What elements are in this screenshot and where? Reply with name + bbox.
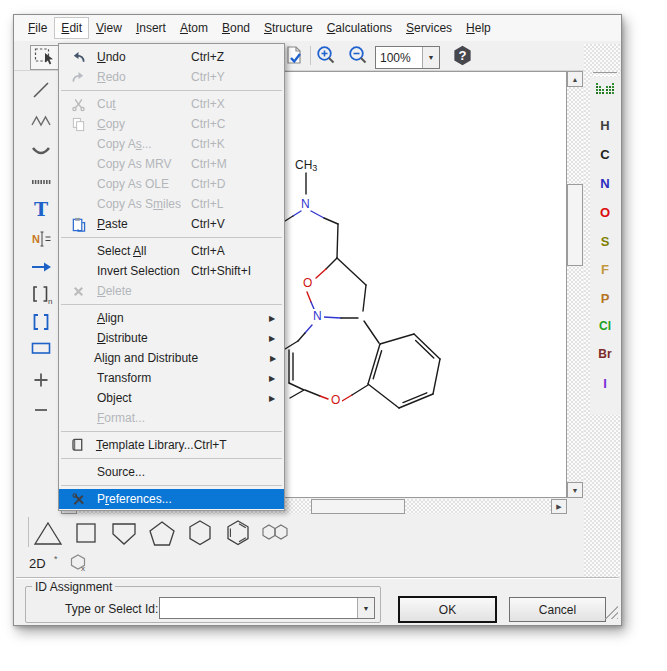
svg-text:?: ?: [458, 48, 466, 63]
arc-tool-button[interactable]: [28, 139, 54, 165]
reaction-arrow-tool-button[interactable]: [28, 255, 54, 281]
menubar-item-services[interactable]: Services: [400, 18, 458, 38]
menu-item-distribute[interactable]: Distribute▶: [59, 328, 284, 348]
menubar-item-bond[interactable]: Bond: [216, 18, 256, 38]
periodic-table-icon[interactable]: [596, 83, 614, 99]
menu-separator: [61, 458, 282, 459]
menu-item-format[interactable]: Format...: [59, 408, 284, 428]
selection-tool-button[interactable]: [30, 45, 59, 70]
menu-item-align[interactable]: Align▶: [59, 308, 284, 328]
menu-item-label: Select All: [97, 244, 191, 258]
id-dropdown-button[interactable]: ▼: [357, 598, 374, 618]
ok-button[interactable]: OK: [399, 597, 496, 622]
vertical-scrollbar[interactable]: ▲ ▼: [567, 71, 583, 498]
decrease-charge-tool-button[interactable]: [28, 398, 54, 424]
menu-item-source[interactable]: Source...: [59, 462, 284, 482]
element-button-f[interactable]: F: [590, 262, 620, 277]
id-combobox[interactable]: ▼: [159, 597, 375, 619]
menu-item-delete[interactable]: Delete: [59, 281, 284, 301]
menu-item-shortcut: Ctrl+D: [191, 177, 269, 191]
menu-item-select-all[interactable]: Select AllCtrl+A: [59, 241, 284, 261]
resize-grip[interactable]: [604, 603, 618, 619]
increase-charge-tool-button[interactable]: [28, 368, 54, 394]
zoom-level-combobox[interactable]: 100% ▼: [375, 46, 440, 69]
menubar-item-view[interactable]: View: [90, 18, 128, 38]
scroll-right-button[interactable]: ▶: [551, 499, 567, 514]
menubar-item-atom[interactable]: Atom: [174, 18, 214, 38]
chain-tool-button[interactable]: [28, 109, 54, 135]
menu-item-copy-as-ole[interactable]: Copy As OLECtrl+D: [59, 174, 284, 194]
element-button-br[interactable]: Br: [590, 347, 620, 361]
menu-item-template-library[interactable]: Template Library...Ctrl+T: [59, 435, 284, 455]
menu-item-copy[interactable]: CopyCtrl+C: [59, 114, 284, 134]
menubar-item-file[interactable]: File: [22, 18, 53, 38]
rectangle-tool-button[interactable]: [28, 336, 54, 362]
submenu-arrow-icon: ▶: [269, 394, 282, 403]
menu-item-transform[interactable]: Transform▶: [59, 368, 284, 388]
menubar-item-structure[interactable]: Structure: [258, 18, 319, 38]
menu-item-label: Copy As...: [97, 137, 191, 151]
hexagon-x-icon[interactable]: x: [69, 553, 87, 575]
single-bond-tool-button[interactable]: [28, 78, 54, 104]
element-button-o[interactable]: O: [590, 205, 620, 220]
help-icon[interactable]: ?: [452, 45, 473, 69]
cyclopentane-down-template-icon: [107, 518, 141, 551]
check-structure-icon[interactable]: [283, 45, 304, 69]
element-button-i[interactable]: I: [590, 376, 620, 391]
menu-item-cut[interactable]: CutCtrl+X: [59, 94, 284, 114]
naphthalene-template-button[interactable]: [259, 519, 293, 549]
element-toolbar: HCNOSFPClBrI: [590, 77, 620, 415]
menu-item-align-and-distribute[interactable]: Align and Distribute▶: [59, 348, 284, 368]
svg-text:x: x: [81, 564, 85, 572]
menu-item-undo[interactable]: UndoCtrl+Z: [59, 47, 284, 67]
scroll-down-button[interactable]: ▼: [567, 482, 583, 498]
zoom-in-icon[interactable]: [315, 45, 337, 70]
element-button-cl[interactable]: Cl: [590, 319, 620, 333]
menu-item-copy-as[interactable]: Copy As...Ctrl+K: [59, 134, 284, 154]
horizontal-scroll-thumb[interactable]: [311, 499, 405, 514]
menu-item-preferences[interactable]: Preferences...: [59, 489, 284, 509]
id-assignment-title: ID Assignment: [32, 580, 115, 594]
element-button-h[interactable]: H: [590, 118, 620, 133]
element-button-n[interactable]: N: [590, 176, 620, 191]
cyclopropane-template-button[interactable]: [31, 519, 65, 549]
dimension-mode-label[interactable]: 2D: [29, 556, 46, 571]
cancel-button[interactable]: Cancel: [509, 597, 606, 622]
desktop: { "menubar": {"items": [ {"label": "File…: [0, 0, 667, 671]
menu-item-shortcut: Ctrl+Y: [191, 70, 269, 84]
cyclopentane-template-button[interactable]: [145, 519, 179, 549]
svg-text:n: n: [48, 297, 52, 306]
menu-item-object[interactable]: Object▶: [59, 388, 284, 408]
menubar-item-help[interactable]: Help: [460, 18, 497, 38]
menu-item-label: Copy As OLE: [97, 177, 191, 191]
bracket-tool-button[interactable]: [28, 310, 54, 336]
menu-item-copy-as-mrv[interactable]: Copy As MRVCtrl+M: [59, 154, 284, 174]
repeating-unit-bracket-tool-button[interactable]: n: [28, 282, 54, 308]
cyclohexane-template-button[interactable]: [183, 519, 217, 549]
menu-item-label: Object: [97, 391, 191, 405]
menu-item-shortcut: Ctrl+Z: [191, 50, 269, 64]
menu-item-redo[interactable]: RedoCtrl+Y: [59, 67, 284, 87]
menu-item-copy-as-smiles[interactable]: Copy As SmilesCtrl+L: [59, 194, 284, 214]
menubar-item-calculations[interactable]: Calculations: [321, 18, 398, 38]
atom-label-tool-button[interactable]: N: [28, 227, 54, 253]
menu-item-paste[interactable]: PasteCtrl+V: [59, 214, 284, 234]
template-separator: [28, 517, 29, 547]
element-button-s[interactable]: S: [590, 234, 620, 249]
element-button-c[interactable]: C: [590, 147, 620, 162]
element-button-p[interactable]: P: [590, 291, 620, 306]
zoom-dropdown-button[interactable]: ▼: [422, 47, 439, 68]
menubar-item-edit[interactable]: Edit: [55, 18, 88, 38]
vertical-scroll-thumb[interactable]: [567, 184, 583, 266]
cyclobutane-template-icon: [69, 518, 103, 551]
cyclobutane-template-button[interactable]: [69, 519, 103, 549]
menubar-item-insert[interactable]: Insert: [130, 18, 172, 38]
multiple-group-tool-button[interactable]: [28, 170, 54, 196]
text-tool-button[interactable]: T: [28, 198, 54, 224]
scroll-up-button[interactable]: ▲: [567, 71, 583, 87]
menu-item-invert-selection[interactable]: Invert SelectionCtrl+Shift+I: [59, 261, 284, 281]
element-toolbar-gripper[interactable]: [593, 72, 617, 76]
zoom-out-icon[interactable]: [347, 45, 369, 70]
benzene-template-button[interactable]: [221, 519, 255, 549]
cyclopentane-down-template-button[interactable]: [107, 519, 141, 549]
